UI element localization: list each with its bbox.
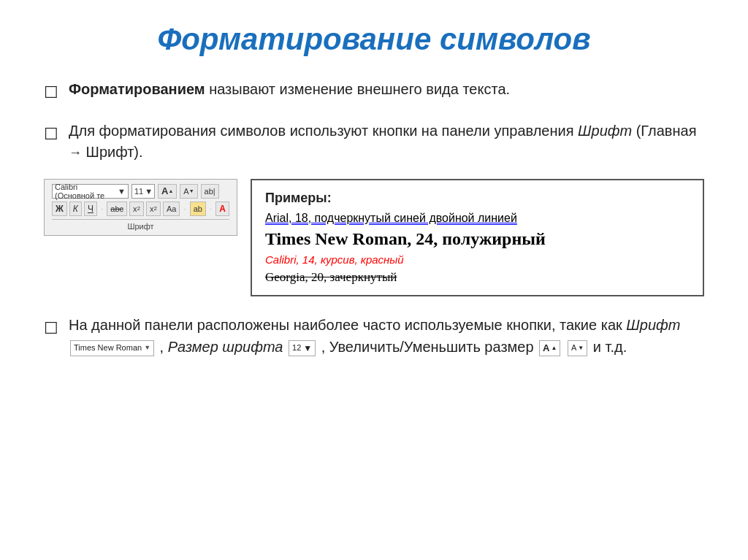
superscript-button[interactable]: x2 xyxy=(146,202,161,216)
font-widget-text: Times New Roman xyxy=(74,342,142,354)
section-1-text: Форматированием называют изменение внешн… xyxy=(69,79,704,100)
aa-button[interactable]: Aa xyxy=(163,202,180,216)
bottom-text1: На данной панели расположены наиболее ча… xyxy=(69,317,626,333)
example-calibri: Calibri, 14, курсив, красный xyxy=(265,253,690,266)
shrink-font-button[interactable]: A▼ xyxy=(180,184,197,199)
font-inline-widget[interactable]: Times New Roman ▼ xyxy=(70,340,154,356)
section-2-text: Для форматирования символов используют к… xyxy=(69,120,704,163)
size-inline-widget[interactable]: 12 ▼ xyxy=(289,340,316,356)
section-2: ☐ Для форматирования символов используют… xyxy=(44,120,704,163)
toolbar-row-2: Ж К Ч · abc x2 x2 Aa · ab · A xyxy=(52,202,229,216)
bottom-text: На данной панели расположены наиболее ча… xyxy=(69,314,704,358)
bottom-italic1: Шрифт xyxy=(626,317,680,333)
section-1-rest: называют изменение внешнего вида текста. xyxy=(205,81,510,97)
font-widget-caret: ▼ xyxy=(144,343,150,353)
examples-box: Примеры: Arial, 18, подчеркнутый синей д… xyxy=(251,179,704,296)
toolbar-row-1: Calibri (Основной те ▼ 11 ▼ A▲ A▼ ab| xyxy=(52,184,229,199)
checkbox-icon-3: ☐ xyxy=(44,316,58,340)
bottom-text4: и т.д. xyxy=(593,339,627,355)
grow-font-button[interactable]: A▲ xyxy=(158,184,177,199)
font-color-button[interactable]: A xyxy=(215,202,229,216)
size-dropdown-caret: ▼ xyxy=(145,187,153,196)
bottom-text3: , Увеличить/Уменьшить размер xyxy=(321,339,538,355)
divider-2: · xyxy=(183,204,186,214)
font-dropdown-caret: ▼ xyxy=(118,187,126,196)
checkbox-icon-1: ☐ xyxy=(44,81,58,104)
font-size-select[interactable]: 11 ▼ xyxy=(131,184,155,199)
page-title: Форматирование символов xyxy=(44,22,704,57)
example-times: Times New Roman, 24, полужирный xyxy=(265,229,690,249)
clear-format-button[interactable]: ab| xyxy=(201,184,219,199)
font-size-text: 11 xyxy=(134,187,143,196)
toolbar-examples-area: Calibri (Основной те ▼ 11 ▼ A▲ A▼ ab| Ж … xyxy=(44,179,704,296)
examples-title: Примеры: xyxy=(265,191,690,206)
section-2-italic: Шрифт xyxy=(578,123,632,139)
underline-button[interactable]: Ч xyxy=(84,202,97,216)
strikethrough-button[interactable]: abc xyxy=(107,202,127,216)
italic-button[interactable]: К xyxy=(69,202,82,216)
section-1: ☐ Форматированием называют изменение вне… xyxy=(44,79,704,104)
arrow-icon: → xyxy=(69,145,82,160)
size-widget-caret: ▼ xyxy=(303,342,312,355)
bottom-section: ☐ На данной панели расположены наиболее … xyxy=(44,314,704,358)
shrink-inline-widget[interactable]: A▼ xyxy=(568,340,587,356)
highlight-button[interactable]: ab xyxy=(190,202,206,216)
shrink-a-text: A xyxy=(571,342,576,354)
grow-inline-widget[interactable]: A▲ xyxy=(539,340,560,356)
grow-caret: ▲ xyxy=(552,344,557,353)
section-2-after: Шрифт). xyxy=(82,144,143,160)
font-name-text: Calibri (Основной те xyxy=(55,183,116,200)
shrink-caret: ▼ xyxy=(578,344,584,353)
example-georgia: Georgia, 20, зачеркнутый xyxy=(265,270,690,285)
bottom-text2: , xyxy=(160,339,168,355)
checkbox-icon-2: ☐ xyxy=(44,123,58,146)
section-1-bold: Форматированием xyxy=(69,81,205,97)
toolbar-image: Calibri (Основной те ▼ 11 ▼ A▲ A▼ ab| Ж … xyxy=(44,179,237,236)
size-widget-text: 12 xyxy=(292,342,301,354)
bold-button[interactable]: Ж xyxy=(52,202,67,216)
grow-a-text: A xyxy=(543,341,549,356)
bottom-italic2: Размер шрифта xyxy=(168,339,283,355)
section-2-before: Для форматирования символов используют к… xyxy=(69,123,578,139)
section-2-middle: (Главная xyxy=(632,123,696,139)
font-select[interactable]: Calibri (Основной те ▼ xyxy=(52,184,129,199)
toolbar-label: Шрифт xyxy=(52,219,229,231)
divider-1: · xyxy=(101,204,103,214)
example-arial: Arial, 18, подчеркнутый синей двойной ли… xyxy=(265,212,690,225)
subscript-button[interactable]: x2 xyxy=(129,202,144,216)
divider-3: · xyxy=(210,204,212,214)
